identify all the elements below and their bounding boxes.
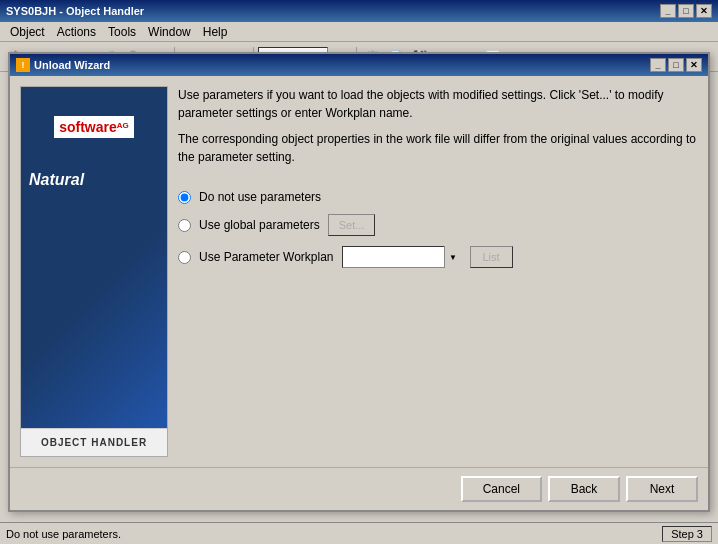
- workplan-dropdown[interactable]: [342, 246, 462, 268]
- logo-panel: softwareAG Natural OBJECT HANDLER: [20, 86, 168, 457]
- description-line2: The corresponding object properties in t…: [178, 130, 698, 166]
- menu-window[interactable]: Window: [142, 24, 197, 40]
- workplan-dropdown-wrapper: ▼: [342, 246, 462, 268]
- dialog-content: softwareAG Natural OBJECT HANDLER Use pa…: [10, 76, 708, 510]
- dialog-close-button[interactable]: ✕: [686, 58, 702, 72]
- product-name: Natural: [29, 171, 84, 189]
- radio-label-no-params[interactable]: Do not use parameters: [199, 190, 321, 204]
- statusbar: Do not use parameters. Step 3: [0, 522, 718, 544]
- list-button[interactable]: List: [470, 246, 513, 268]
- cancel-button[interactable]: Cancel: [461, 476, 542, 502]
- maximize-button[interactable]: □: [678, 4, 694, 18]
- radio-row-no-params: Do not use parameters: [178, 190, 698, 204]
- right-panel: Use parameters if you want to load the o…: [178, 86, 698, 457]
- dialog-minimize-button[interactable]: _: [650, 58, 666, 72]
- dialog-controls: _ □ ✕: [650, 58, 702, 72]
- main-window: SYS0BJH - Object Handler _ □ ✕ Object Ac…: [0, 0, 718, 72]
- brand-superscript: AG: [117, 121, 129, 130]
- window-controls: _ □ ✕: [660, 4, 712, 18]
- radio-row-global-params: Use global parameters Set...: [178, 214, 698, 236]
- set-button[interactable]: Set...: [328, 214, 376, 236]
- window-title: SYS0BJH - Object Handler: [6, 5, 144, 17]
- status-text: Do not use parameters.: [6, 528, 121, 540]
- menubar: Object Actions Tools Window Help: [0, 22, 718, 42]
- dialog-maximize-button[interactable]: □: [668, 58, 684, 72]
- radio-label-workplan[interactable]: Use Parameter Workplan: [199, 250, 334, 264]
- radio-group: Do not use parameters Use global paramet…: [178, 190, 698, 268]
- unload-wizard-dialog: ! Unload Wizard _ □ ✕ softwareAG: [8, 52, 710, 512]
- menu-help[interactable]: Help: [197, 24, 234, 40]
- brand-logo: softwareAG: [54, 116, 134, 138]
- brand-name: software: [59, 119, 117, 135]
- menu-tools[interactable]: Tools: [102, 24, 142, 40]
- menu-actions[interactable]: Actions: [51, 24, 102, 40]
- step-badge: Step 3: [662, 526, 712, 542]
- menu-object[interactable]: Object: [4, 24, 51, 40]
- next-button[interactable]: Next: [626, 476, 698, 502]
- dialog-title-label: Unload Wizard: [34, 59, 110, 71]
- product-handler-label: OBJECT HANDLER: [21, 428, 167, 456]
- logo-natural-area: Natural: [21, 167, 167, 428]
- radio-row-workplan: Use Parameter Workplan ▼ List: [178, 246, 698, 268]
- dialog-titlebar: ! Unload Wizard _ □ ✕: [10, 54, 708, 76]
- close-button[interactable]: ✕: [696, 4, 712, 18]
- dialog-title: ! Unload Wizard: [16, 58, 110, 72]
- description-line1: Use parameters if you want to load the o…: [178, 86, 698, 122]
- radio-workplan[interactable]: [178, 251, 191, 264]
- radio-global-params[interactable]: [178, 219, 191, 232]
- dialog-footer: Cancel Back Next: [10, 467, 708, 510]
- back-button[interactable]: Back: [548, 476, 620, 502]
- dialog-title-icon: !: [16, 58, 30, 72]
- logo-top-area: softwareAG: [21, 87, 167, 167]
- minimize-button[interactable]: _: [660, 4, 676, 18]
- dialog-main: softwareAG Natural OBJECT HANDLER Use pa…: [10, 76, 708, 467]
- radio-no-params[interactable]: [178, 191, 191, 204]
- radio-label-global-params[interactable]: Use global parameters: [199, 218, 320, 232]
- window-titlebar: SYS0BJH - Object Handler _ □ ✕: [0, 0, 718, 22]
